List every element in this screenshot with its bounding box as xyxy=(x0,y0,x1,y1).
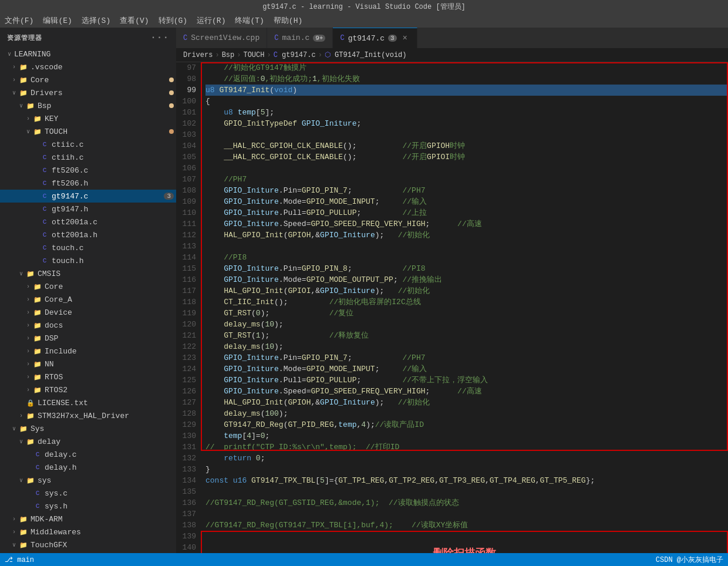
sidebar-item-touchgfx[interactable]: ∨ 📁 TouchGFX xyxy=(0,538,176,551)
breadcrumb: Drivers › Bsp › TOUCH › C gt9147.c › ⬡ G… xyxy=(176,48,728,62)
chevron-right-icon: › xyxy=(23,308,33,317)
sidebar-menu-icon[interactable]: ··· xyxy=(150,32,169,43)
sidebar-item-label: Core xyxy=(31,76,169,85)
line-number: 102 xyxy=(181,118,196,129)
sidebar-item-learning[interactable]: ∨ LEARNING xyxy=(0,48,176,60)
sidebar-item-label: Include xyxy=(45,347,176,356)
menu-item-goto[interactable]: 转到(G) xyxy=(159,15,187,26)
line-number: 107 xyxy=(181,174,196,185)
sidebar-item-label: Middlewares xyxy=(31,528,176,537)
sidebar-item-label: Device xyxy=(45,308,176,317)
code-line: GPIO_Initure.Pull=GPIO_PULLUP; //上拉 xyxy=(205,207,728,218)
breadcrumb-separator: › xyxy=(267,51,271,59)
menu-item-terminal[interactable]: 终端(T) xyxy=(235,15,264,26)
chevron-down-icon: ∨ xyxy=(9,88,19,97)
sidebar-item-label: ott2001a.h xyxy=(52,231,176,240)
tab-screen1view[interactable]: C Screen1View.cpp xyxy=(176,28,267,48)
sidebar-item-ott2001ac[interactable]: › C ott2001a.c xyxy=(0,215,176,228)
code-line: GPIO_Initure.Pin=GPIO_PIN_7; //PH7 xyxy=(205,352,728,363)
sidebar-item-sys-sub[interactable]: ∨ 📁 sys xyxy=(0,474,176,487)
code-editor[interactable]: 9798991001011021031041051061071081091101… xyxy=(176,62,728,553)
sidebar-item-sys[interactable]: ∨ 📁 Sys xyxy=(0,422,176,435)
sidebar-content[interactable]: ∨ LEARNING › 📁 .vscode › 📁 Core ∨ 📁 Driv… xyxy=(0,48,176,553)
sidebar-item-core[interactable]: › 📁 Core xyxy=(0,73,176,86)
tab-close-button[interactable]: × xyxy=(400,33,410,43)
editor-area: C Screen1View.cpp C main.c 9+ C gt9147.c… xyxy=(176,28,728,553)
breadcrumb-item-file[interactable]: C gt9147.c xyxy=(274,51,316,59)
sidebar-item-vscode[interactable]: › 📁 .vscode xyxy=(0,60,176,73)
code-line: GT9147_RD_Reg(GT_PID_REG,temp,4);//读取产品I… xyxy=(205,419,728,430)
code-line: u8 temp[5]; xyxy=(205,107,728,118)
menu-item-file[interactable]: 文件(F) xyxy=(5,15,33,26)
sidebar-item-ctiih[interactable]: › C ctiih.c xyxy=(0,151,176,164)
sidebar-item-cmsis[interactable]: ∨ 📁 CMSIS xyxy=(0,267,176,280)
menu-item-help[interactable]: 帮助(H) xyxy=(274,15,302,26)
code-content[interactable]: //初始化GT9147触摸片 //返回值:0,初始化成功;1,初始化失败 u8 … xyxy=(201,62,728,553)
line-number: 136 xyxy=(181,497,196,508)
menu-item-select[interactable]: 选择(S) xyxy=(82,15,110,26)
sidebar: 资源管理器 ··· ∨ LEARNING › 📁 .vscode › 📁 Cor… xyxy=(0,28,176,553)
sidebar-item-touchc[interactable]: › C touch.c xyxy=(0,241,176,254)
sidebar-item-middlewares[interactable]: › 📁 Middlewares xyxy=(0,525,176,538)
sidebar-item-delayh[interactable]: › C delay.h xyxy=(0,461,176,474)
sidebar-item-drivers[interactable]: ∨ 📁 Drivers xyxy=(0,86,176,99)
sidebar-item-cmsis-include[interactable]: › 📁 Include xyxy=(0,345,176,358)
sidebar-item-label: LICENSE.txt xyxy=(38,399,176,407)
line-number: 116 xyxy=(181,274,196,285)
sidebar-item-label: sys.c xyxy=(45,489,176,498)
chevron-right-icon: › xyxy=(16,411,26,420)
breadcrumb-item-drivers[interactable]: Drivers xyxy=(183,51,213,59)
sidebar-item-touchh[interactable]: › C touch.h xyxy=(0,254,176,267)
menu-item-edit[interactable]: 编辑(E) xyxy=(43,15,72,26)
sidebar-item-bsp[interactable]: ∨ 📁 Bsp xyxy=(0,99,176,112)
folder-icon: 📁 xyxy=(19,540,28,550)
breadcrumb-item-touch[interactable]: TOUCH xyxy=(243,51,264,59)
sidebar-item-touch[interactable]: ∨ 📁 TOUCH xyxy=(0,125,176,138)
menu-item-run[interactable]: 运行(R) xyxy=(197,15,225,26)
sidebar-item-delay[interactable]: ∨ 📁 delay xyxy=(0,435,176,448)
sidebar-item-gt9147h[interactable]: › C gt9147.h xyxy=(0,203,176,215)
modified-dot xyxy=(169,103,174,108)
sidebar-item-ft5206c[interactable]: › C ft5206.c xyxy=(0,164,176,177)
breadcrumb-item-function[interactable]: ⬡ GT9147_Init(void) xyxy=(325,50,407,59)
sidebar-item-ott2001ah[interactable]: › C ott2001a.h xyxy=(0,228,176,241)
line-number: 126 xyxy=(181,386,196,397)
sidebar-item-license[interactable]: › 🔒 LICENSE.txt xyxy=(0,396,176,409)
line-number: 137 xyxy=(181,508,196,520)
sidebar-item-mdkarm[interactable]: › 📁 MDK-ARM xyxy=(0,513,176,525)
sidebar-item-cmsis-rtos2[interactable]: › 📁 RTOS2 xyxy=(0,383,176,396)
chevron-down-icon: ∨ xyxy=(16,101,26,110)
tab-gt9147c[interactable]: C gt9147.c 3 × xyxy=(333,28,417,48)
sidebar-item-label: delay.c xyxy=(45,450,176,459)
tab-mainc[interactable]: C main.c 9+ xyxy=(267,28,333,48)
sidebar-item-label: LEARNING xyxy=(14,50,176,59)
sidebar-item-cmsis-corea[interactable]: › 📁 Core_A xyxy=(0,293,176,306)
sidebar-item-ctiic-c[interactable]: › C ctiic.c xyxy=(0,138,176,151)
sidebar-item-cmsis-device[interactable]: › 📁 Device xyxy=(0,306,176,319)
sidebar-item-delayc[interactable]: › C delay.c xyxy=(0,448,176,461)
menu-item-view[interactable]: 查看(V) xyxy=(120,15,149,26)
sidebar-item-key[interactable]: › 📁 KEY xyxy=(0,112,176,125)
sidebar-item-cmsis-docs[interactable]: › 📁 docs xyxy=(0,319,176,332)
c-file-icon: C xyxy=(40,140,49,149)
folder-icon: 📁 xyxy=(26,476,35,485)
sidebar-item-app[interactable]: › 📁 App xyxy=(0,551,176,553)
sidebar-item-stm32hal[interactable]: › 📁 STM32H7xx_HAL_Driver xyxy=(0,409,176,422)
sidebar-item-ft5206h[interactable]: › C ft5206.h xyxy=(0,177,176,190)
sidebar-item-label: TouchGFX xyxy=(31,541,176,550)
sidebar-item-gt9147c[interactable]: › C gt9147.c 3 xyxy=(0,190,176,203)
sidebar-item-cmsis-dsp[interactable]: › 📁 DSP xyxy=(0,332,176,345)
line-number: 139 xyxy=(181,531,196,542)
sidebar-item-label: touch.c xyxy=(52,244,176,252)
code-line: GPIO_Initure.Mode=GPIO_MODE_INPUT; //输入 xyxy=(205,363,728,375)
code-line xyxy=(205,129,728,140)
folder-icon: 📁 xyxy=(33,346,42,356)
breadcrumb-item-bsp[interactable]: Bsp xyxy=(222,51,235,59)
tab-file-icon: C xyxy=(340,34,344,42)
sidebar-item-cmsis-rtos[interactable]: › 📁 RTOS xyxy=(0,370,176,383)
sidebar-item-sysh[interactable]: › C sys.h xyxy=(0,500,176,513)
sidebar-item-sysc[interactable]: › C sys.c xyxy=(0,487,176,500)
sidebar-item-cmsis-nn[interactable]: › 📁 NN xyxy=(0,358,176,370)
c-file-icon: C xyxy=(40,153,49,162)
sidebar-item-cmsis-core[interactable]: › 📁 Core xyxy=(0,280,176,293)
